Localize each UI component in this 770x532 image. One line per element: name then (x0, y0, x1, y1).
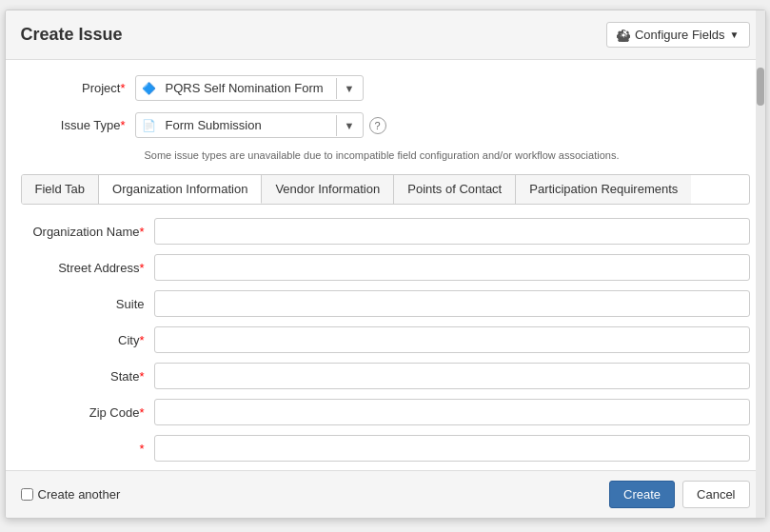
fields-section: Organization Name* Street Address* Suite… (21, 218, 750, 462)
tabs-container: Field Tab Organization Information Vendo… (21, 174, 750, 205)
tab-org-info[interactable]: Organization Information (99, 175, 262, 204)
suite-label: Suite (21, 297, 154, 311)
extra-label: * (21, 442, 154, 456)
dialog-footer: Create another Create Cancel (6, 470, 765, 518)
street-address-row: Street Address* (21, 254, 750, 281)
street-address-label: Street Address* (21, 261, 154, 275)
street-address-input[interactable] (154, 254, 750, 281)
issue-type-control: 📄 Form Submission ▼ ? (135, 112, 750, 138)
issue-type-dropdown-arrow[interactable]: ▼ (336, 115, 363, 136)
city-label: City* (21, 333, 154, 347)
configure-fields-label: Configure Fields (635, 28, 725, 42)
help-icon[interactable]: ? (369, 117, 386, 134)
extra-row: * (21, 435, 750, 462)
suite-input[interactable] (154, 290, 750, 317)
configure-fields-button[interactable]: Configure Fields ▼ (606, 22, 750, 48)
issue-type-row: Issue Type* 📄 Form Submission ▼ ? (21, 112, 750, 138)
tabs: Field Tab Organization Information Vendo… (21, 174, 750, 205)
cancel-button[interactable]: Cancel (682, 481, 749, 508)
state-label: State* (21, 369, 154, 384)
issue-type-label: Issue Type* (21, 118, 135, 132)
project-control: 🔷 PQRS Self Nomination Form ▼ (135, 75, 750, 101)
zip-code-input[interactable] (154, 399, 750, 425)
gear-icon (617, 29, 630, 42)
info-text: Some issue types are unavailable due to … (145, 149, 750, 161)
issue-type-value: Form Submission (162, 113, 336, 137)
state-input[interactable] (154, 363, 750, 389)
create-another-wrap: Create another (21, 487, 121, 502)
issue-type-select[interactable]: 📄 Form Submission ▼ (135, 112, 364, 138)
org-name-label: Organization Name* (21, 225, 154, 239)
extra-input[interactable] (154, 435, 750, 462)
project-dropdown-arrow[interactable]: ▼ (336, 78, 363, 99)
issue-type-icon: 📄 (136, 115, 162, 136)
city-input[interactable] (154, 326, 750, 353)
suite-row: Suite (21, 290, 750, 317)
create-issue-dialog: Create Issue Configure Fields ▼ Project*… (5, 10, 766, 519)
tab-vendor-info[interactable]: Vendor Information (262, 175, 394, 204)
org-name-input[interactable] (154, 218, 750, 245)
scrollbar-track (756, 10, 765, 518)
project-value: PQRS Self Nomination Form (162, 76, 336, 100)
scrollbar-thumb[interactable] (757, 68, 764, 106)
project-icon: 🔷 (136, 78, 162, 99)
zip-code-row: Zip Code* (21, 399, 750, 425)
dialog-title: Create Issue (21, 25, 123, 45)
create-another-label[interactable]: Create another (38, 487, 121, 502)
org-name-row: Organization Name* (21, 218, 750, 245)
project-label: Project* (21, 81, 135, 95)
state-row: State* (21, 363, 750, 389)
chevron-down-icon: ▼ (730, 30, 740, 40)
tab-participation[interactable]: Participation Requirements (516, 175, 691, 204)
dialog-body: Project* 🔷 PQRS Self Nomination Form ▼ I… (6, 60, 765, 470)
tab-points-contact[interactable]: Points of Contact (394, 175, 516, 204)
create-another-checkbox[interactable] (21, 488, 33, 501)
project-select[interactable]: 🔷 PQRS Self Nomination Form ▼ (135, 75, 364, 101)
project-row: Project* 🔷 PQRS Self Nomination Form ▼ (21, 75, 750, 101)
tab-field-tab[interactable]: Field Tab (22, 175, 100, 204)
zip-code-label: Zip Code* (21, 405, 154, 420)
create-button[interactable]: Create (609, 481, 675, 508)
city-row: City* (21, 326, 750, 353)
dialog-header: Create Issue Configure Fields ▼ (6, 10, 765, 60)
